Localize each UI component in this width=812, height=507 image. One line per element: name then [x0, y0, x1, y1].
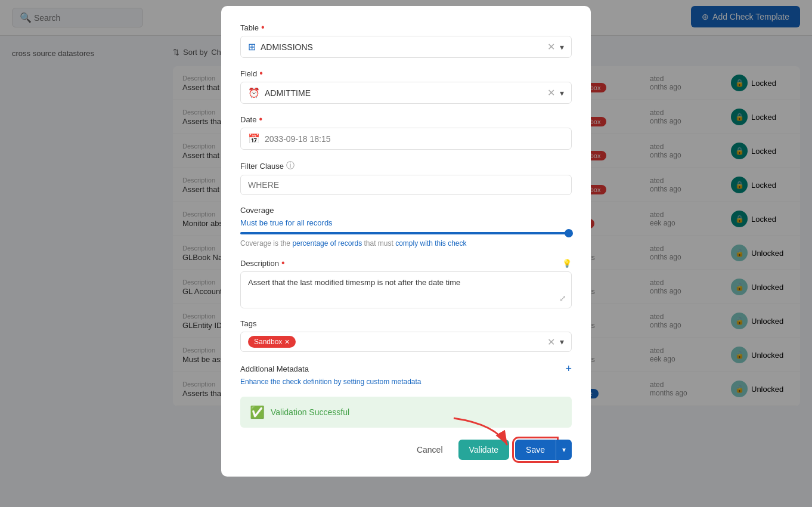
coverage-must-label: Must be true for all records — [240, 218, 572, 227]
table-clear-icon[interactable]: ✕ — [547, 41, 555, 52]
modal-footer: Cancel Validate Save ▾ — [240, 440, 572, 460]
calendar-icon: 📅 — [248, 133, 260, 144]
filter-clause-form-group: Filter Clause ⓘ — [240, 160, 572, 195]
table-chevron-down-icon[interactable]: ▾ — [560, 42, 564, 52]
table-select[interactable]: ⊞ ADMISSIONS ✕ ▾ — [240, 36, 572, 58]
field-label: Field • — [240, 69, 572, 78]
save-dropdown-button[interactable]: ▾ — [556, 440, 572, 460]
save-button-group: Save ▾ — [515, 440, 572, 460]
date-label: Date • — [240, 115, 572, 124]
coverage-form-group: Coverage Must be true for all records Co… — [240, 206, 572, 248]
save-button[interactable]: Save — [515, 440, 556, 460]
required-indicator: • — [259, 115, 262, 124]
tags-form-group: Tags Sandbox ✕ ✕ ▾ — [240, 319, 572, 352]
info-icon[interactable]: ⓘ — [286, 160, 295, 171]
cancel-button[interactable]: Cancel — [407, 440, 453, 459]
required-indicator: • — [259, 69, 263, 78]
coverage-label: Coverage — [240, 206, 572, 215]
modal-overlay: Table • ⊞ ADMISSIONS ✕ ▾ Field • ⏰ — [0, 0, 812, 507]
check-circle-icon: ✅ — [250, 405, 265, 419]
tag-remove-icon[interactable]: ✕ — [284, 338, 290, 346]
field-form-group: Field • ⏰ ADMITTIME ✕ ▾ — [240, 69, 572, 104]
bulb-icon[interactable]: 💡 — [562, 259, 572, 268]
field-chevron-down-icon[interactable]: ▾ — [560, 88, 564, 98]
filter-clause-input[interactable] — [248, 180, 564, 190]
clock-icon: ⏰ — [248, 87, 260, 98]
filter-clause-input-wrapper[interactable] — [240, 175, 572, 195]
table-icon: ⊞ — [248, 41, 256, 52]
table-form-group: Table • ⊞ ADMISSIONS ✕ ▾ — [240, 23, 572, 58]
tags-label: Tags — [240, 319, 572, 328]
table-label: Table • — [240, 23, 572, 32]
check-form-modal: Table • ⊞ ADMISSIONS ✕ ▾ Field • ⏰ — [221, 6, 591, 477]
additional-metadata-label: Additional Metadata — [240, 364, 309, 373]
additional-metadata-form-group: Additional Metadata + Enhance the check … — [240, 363, 572, 386]
add-metadata-button[interactable]: + — [565, 363, 572, 375]
tags-select[interactable]: Sandbox ✕ ✕ ▾ — [240, 332, 572, 352]
tags-chevron-down-icon[interactable]: ▾ — [560, 337, 564, 347]
filter-clause-label: Filter Clause ⓘ — [240, 160, 572, 171]
field-select[interactable]: ⏰ ADMITTIME ✕ ▾ — [240, 82, 572, 104]
tags-clear-icon[interactable]: ✕ — [547, 336, 555, 348]
description-form-group: Description • 💡 Assert that the last mod… — [240, 258, 572, 308]
date-input-wrapper[interactable]: 📅 — [240, 128, 572, 150]
validation-text: Validation Successful — [271, 407, 349, 417]
expand-icon[interactable]: ⤢ — [559, 293, 566, 303]
date-input[interactable] — [265, 134, 564, 144]
validation-success-banner: ✅ Validation Successful — [240, 397, 572, 428]
additional-metadata-description: Enhance the check definition by setting … — [240, 378, 572, 386]
coverage-description: Coverage is the percentage of records th… — [240, 239, 572, 248]
required-indicator: • — [261, 23, 265, 32]
field-clear-icon[interactable]: ✕ — [547, 87, 555, 98]
description-textarea[interactable]: Assert that the last modified timesmp is… — [248, 278, 564, 302]
date-form-group: Date • 📅 — [240, 115, 572, 150]
validate-button[interactable]: Validate — [458, 440, 510, 460]
coverage-slider[interactable] — [240, 232, 572, 234]
sandbox-tag[interactable]: Sandbox ✕ — [248, 336, 296, 348]
required-indicator: • — [281, 258, 285, 268]
description-label: Description • 💡 — [240, 258, 572, 268]
description-field-wrapper[interactable]: Assert that the last modified timesmp is… — [240, 271, 572, 308]
